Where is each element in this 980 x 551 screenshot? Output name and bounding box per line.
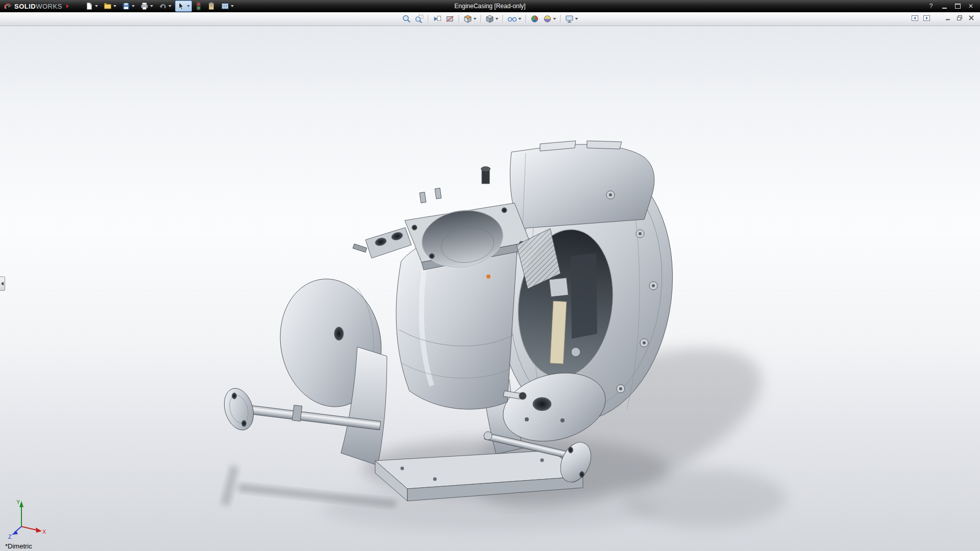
document-title: EngineCasing [Read-only] bbox=[454, 0, 525, 12]
toolbar-separator bbox=[560, 15, 561, 23]
previous-view-icon bbox=[433, 14, 442, 23]
open-folder-icon bbox=[104, 2, 112, 10]
chevron-down-icon[interactable] bbox=[187, 5, 190, 7]
select-button[interactable] bbox=[175, 1, 192, 12]
headsup-toolbar-bar bbox=[0, 12, 980, 26]
window-controls: ? ✕ bbox=[926, 2, 980, 10]
toolbar-separator bbox=[526, 15, 526, 23]
zoom-to-area-button[interactable] bbox=[413, 13, 426, 24]
chevron-down-icon[interactable] bbox=[519, 18, 522, 20]
chevron-down-icon[interactable] bbox=[553, 18, 556, 20]
grid-button[interactable] bbox=[219, 1, 236, 12]
view-settings-button[interactable] bbox=[564, 13, 580, 24]
edit-appearance-button[interactable] bbox=[529, 13, 541, 24]
help-button[interactable]: ? bbox=[926, 2, 936, 10]
chevron-down-icon[interactable] bbox=[95, 5, 98, 7]
document-window-controls bbox=[910, 14, 976, 22]
chevron-down-icon[interactable] bbox=[474, 18, 477, 20]
appearance-ball-icon bbox=[530, 14, 540, 23]
new-document-button[interactable] bbox=[83, 1, 100, 12]
chevron-down-icon[interactable] bbox=[231, 5, 234, 7]
minimize-icon bbox=[942, 8, 947, 9]
eyeglasses-icon bbox=[507, 14, 518, 23]
solidworks-logo: SOLIDWORKS bbox=[0, 2, 69, 10]
triad-z-label: Z bbox=[8, 534, 12, 539]
clipboard-icon bbox=[207, 2, 215, 10]
minimize-button[interactable] bbox=[939, 2, 949, 10]
view-settings-monitor-icon bbox=[565, 14, 574, 23]
display-style-button[interactable] bbox=[484, 13, 500, 24]
print-icon bbox=[140, 2, 149, 10]
selection-marker bbox=[486, 274, 491, 279]
close-button[interactable]: ✕ bbox=[966, 2, 976, 10]
print-button[interactable] bbox=[138, 1, 155, 12]
display-style-cube-icon bbox=[485, 14, 495, 23]
color-swatch-button[interactable] bbox=[193, 1, 204, 12]
brand-name: SOLIDWORKS bbox=[14, 3, 62, 10]
maximize-button[interactable] bbox=[952, 2, 963, 10]
undo-arrow-icon bbox=[159, 2, 167, 10]
toolbar-separator bbox=[459, 15, 459, 23]
headsup-toolbar bbox=[401, 12, 580, 26]
chevron-down-icon[interactable] bbox=[150, 5, 153, 7]
hide-show-items-button[interactable] bbox=[506, 13, 523, 24]
color-swatch-icon bbox=[195, 2, 202, 10]
titlebar: SOLIDWORKS bbox=[0, 0, 980, 12]
brand-bold: SOLID bbox=[14, 3, 36, 10]
chevron-down-icon[interactable] bbox=[496, 18, 499, 20]
featuremanager-collapse-tab[interactable] bbox=[0, 277, 5, 291]
triad-z-arrow-icon bbox=[12, 531, 18, 535]
doc-close-icon bbox=[968, 15, 975, 21]
zoom-to-fit-button[interactable] bbox=[401, 13, 413, 24]
grid-table-icon bbox=[221, 2, 229, 10]
ds-swirl-icon bbox=[3, 2, 12, 10]
next-window-icon bbox=[923, 15, 930, 21]
triad-y-label: Y bbox=[16, 499, 20, 505]
triad-x-label: X bbox=[42, 529, 46, 535]
titlebar-toolbar bbox=[83, 1, 236, 12]
zoom-to-area-icon bbox=[415, 14, 424, 23]
section-view-button[interactable] bbox=[444, 13, 456, 24]
open-button[interactable] bbox=[102, 1, 118, 12]
menu-expand-arrow-icon[interactable] bbox=[66, 4, 69, 8]
view-orientation-cube-icon bbox=[463, 14, 473, 23]
engine-casing-3d-model[interactable] bbox=[0, 26, 980, 551]
new-document-icon bbox=[85, 2, 93, 10]
save-button[interactable] bbox=[120, 1, 137, 12]
doc-minimize-icon bbox=[944, 15, 951, 21]
chevron-down-icon[interactable] bbox=[113, 5, 116, 7]
chevron-down-icon[interactable] bbox=[132, 5, 135, 7]
reference-triad: Y X Z bbox=[6, 498, 47, 539]
toolbar-separator bbox=[503, 15, 503, 23]
brand-light: WORKS bbox=[36, 3, 62, 10]
zoom-to-fit-icon bbox=[402, 14, 411, 23]
clipboard-button[interactable] bbox=[205, 1, 217, 12]
chevron-down-icon[interactable] bbox=[168, 5, 172, 7]
view-orientation-button[interactable] bbox=[462, 13, 478, 24]
apply-scene-button[interactable] bbox=[542, 13, 558, 24]
collapse-arrow-icon bbox=[1, 282, 4, 286]
doc-restore-icon bbox=[956, 15, 963, 21]
save-icon bbox=[122, 2, 130, 10]
doc-restore-button[interactable] bbox=[955, 14, 964, 22]
triad-x-arrow-icon bbox=[36, 528, 42, 533]
graphics-viewport[interactable]: Y X Z *Dimetric bbox=[0, 26, 980, 551]
section-view-icon bbox=[446, 14, 455, 23]
previous-window-button[interactable] bbox=[910, 14, 919, 22]
next-window-button[interactable] bbox=[922, 14, 931, 22]
previous-view-button[interactable] bbox=[431, 13, 444, 24]
toolbar-separator bbox=[481, 15, 481, 23]
previous-window-icon bbox=[911, 15, 919, 21]
doc-close-button[interactable] bbox=[967, 14, 976, 22]
scene-sphere-icon bbox=[543, 14, 552, 23]
chevron-down-icon[interactable] bbox=[575, 18, 578, 20]
view-orientation-label: *Dimetric bbox=[5, 542, 32, 550]
toolbar-separator bbox=[428, 15, 429, 23]
select-cursor-icon bbox=[177, 2, 185, 10]
maximize-icon bbox=[955, 4, 961, 9]
undo-button[interactable] bbox=[157, 1, 174, 12]
doc-minimize-button[interactable] bbox=[943, 14, 952, 22]
